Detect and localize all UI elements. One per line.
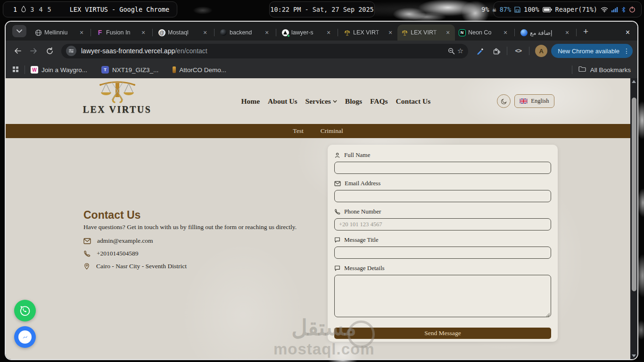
backend-icon bbox=[220, 29, 227, 36]
power-icon[interactable] bbox=[629, 6, 636, 13]
bookmark-waygroup[interactable]: W Join a Waygro... bbox=[31, 66, 87, 74]
tab-close-icon[interactable]: × bbox=[387, 29, 394, 36]
tab-lawyer-saas[interactable]: lawyer-s × bbox=[278, 25, 336, 41]
workspace-island: 1 3 4 5 LEX VIRTUS - Google Chrome bbox=[3, 1, 177, 17]
tab-close-icon[interactable]: × bbox=[140, 29, 147, 36]
nav-contact[interactable]: Contact Us bbox=[396, 97, 431, 106]
send-message-button[interactable]: Send Message bbox=[334, 328, 551, 339]
chrome-update-button[interactable]: New Chrome available ⋮ bbox=[551, 44, 633, 58]
phone-icon bbox=[83, 250, 91, 257]
dark-mode-toggle[interactable] bbox=[497, 94, 511, 108]
all-bookmarks-button[interactable]: All Bookmarks bbox=[590, 66, 631, 74]
site-header: LEX VIRTUS Home About Us Services Blogs … bbox=[6, 78, 630, 124]
bookmarks-divider bbox=[25, 66, 25, 74]
zoom-out-icon[interactable] bbox=[446, 45, 457, 57]
profile-avatar[interactable]: A bbox=[535, 45, 547, 57]
nav-faqs[interactable]: FAQs bbox=[370, 97, 388, 106]
scroll-up-arrow[interactable] bbox=[630, 78, 637, 85]
url-text[interactable]: lawyer-saas-frontend.vercel.app/en/conta… bbox=[81, 47, 446, 55]
workspace-1[interactable]: 1 bbox=[11, 6, 19, 13]
back-button[interactable] bbox=[10, 44, 25, 58]
bookmark-teams[interactable]: T NXT19_GIZ3_... bbox=[101, 66, 158, 74]
page-scrollbar[interactable] bbox=[630, 78, 637, 359]
site-info-icon[interactable] bbox=[66, 46, 76, 56]
address-bar[interactable]: lawyer-saas-frontend.vercel.app/en/conta… bbox=[61, 44, 468, 58]
site-logo[interactable]: LEX VIRTUS bbox=[82, 79, 153, 115]
forward-button[interactable] bbox=[26, 44, 41, 58]
cpu-percent: 9% bbox=[481, 6, 489, 13]
tab-lex-virtus-1[interactable]: LEX VIRT × bbox=[340, 25, 397, 41]
toolbar-divider bbox=[507, 47, 507, 55]
nav-blogs[interactable]: Blogs bbox=[345, 97, 362, 106]
tab-lex-virtus-active[interactable]: LEX VIRT × bbox=[397, 25, 455, 41]
contact-phone[interactable]: +201014504589 bbox=[97, 250, 139, 257]
devtools-code-icon[interactable]: <> bbox=[511, 44, 525, 58]
workspace-5[interactable]: 5 bbox=[45, 6, 54, 13]
browser-window: Mellinniu × F Fusion In × @ Mostaql × ba… bbox=[5, 21, 638, 360]
tab-close-icon[interactable]: × bbox=[263, 29, 271, 36]
subnav-criminal[interactable]: Criminal bbox=[321, 127, 343, 135]
scales-logo-icon bbox=[96, 79, 139, 104]
scrollbar-thumb[interactable] bbox=[632, 98, 636, 291]
tab-close-icon[interactable]: × bbox=[201, 29, 209, 36]
color-picker-pen-icon[interactable] bbox=[473, 44, 487, 58]
bookmark-attorco[interactable]: AttorCO Demo... bbox=[173, 66, 226, 74]
subnav-test[interactable]: Test bbox=[293, 127, 303, 135]
tab-mostaql[interactable]: @ Mostaql × bbox=[155, 25, 212, 41]
tab-divider bbox=[214, 29, 215, 36]
message-details-label: Message Details bbox=[334, 264, 551, 272]
disk-icon bbox=[514, 7, 520, 13]
browser-content: LEX VIRTUS Home About Us Services Blogs … bbox=[6, 78, 637, 359]
contact-address[interactable]: Cairo - Nasr City - Seventh District bbox=[96, 263, 187, 270]
workspace-3[interactable]: 3 bbox=[28, 6, 36, 13]
app-usage: Reaper(71%) bbox=[555, 6, 597, 13]
tab-divider bbox=[276, 29, 276, 36]
tab-search-button[interactable] bbox=[12, 25, 26, 37]
apps-grid-icon[interactable] bbox=[12, 66, 19, 74]
email-input[interactable] bbox=[334, 190, 551, 202]
tab-close-icon[interactable]: × bbox=[502, 29, 509, 36]
full-name-input[interactable] bbox=[334, 162, 551, 174]
tab-fusion[interactable]: F Fusion In × bbox=[93, 25, 150, 41]
scroll-down-arrow[interactable] bbox=[630, 353, 637, 359]
folder-icon bbox=[578, 66, 586, 74]
tab-neon[interactable]: N Neon Co × bbox=[455, 25, 512, 41]
vercel-icon bbox=[281, 29, 289, 36]
window-close-button[interactable]: × bbox=[626, 28, 630, 37]
nav-home[interactable]: Home bbox=[241, 97, 260, 106]
reload-button[interactable] bbox=[42, 44, 57, 58]
focused-window-title: LEX VIRTUS - Google Chrome bbox=[70, 6, 169, 13]
desktop: 1 3 4 5 LEX VIRTUS - Google Chrome 10:22… bbox=[0, 0, 644, 362]
tab-mellinniu[interactable]: Mellinniu × bbox=[31, 25, 89, 41]
bookmark-star-icon[interactable]: ☆ bbox=[457, 47, 463, 55]
extensions-puzzle-icon[interactable] bbox=[489, 44, 503, 58]
tab-arabic[interactable]: إضافة مع × bbox=[517, 25, 574, 41]
whatsapp-button[interactable] bbox=[14, 300, 36, 321]
nav-about[interactable]: About Us bbox=[268, 97, 297, 106]
tab-close-icon[interactable]: × bbox=[444, 29, 452, 36]
chat-bubble-icon bbox=[334, 237, 340, 243]
workspace-2-droplet-icon[interactable] bbox=[19, 6, 28, 14]
phone-input[interactable] bbox=[334, 218, 551, 230]
tab-close-icon[interactable]: × bbox=[325, 29, 332, 36]
nav-services[interactable]: Services bbox=[305, 97, 337, 106]
contact-email-row: admin@example.com bbox=[83, 237, 187, 245]
resize-grip[interactable] bbox=[545, 313, 550, 317]
messenger-button[interactable] bbox=[14, 326, 36, 348]
webpage: LEX VIRTUS Home About Us Services Blogs … bbox=[6, 78, 630, 359]
tab-backend[interactable]: backend × bbox=[216, 25, 274, 41]
workspace-4[interactable]: 4 bbox=[36, 6, 45, 13]
new-tab-button[interactable]: + bbox=[583, 26, 588, 37]
scales-icon bbox=[343, 29, 351, 36]
tab-close-icon[interactable]: × bbox=[78, 29, 85, 36]
message-details-textarea[interactable] bbox=[334, 275, 551, 317]
language-selector[interactable]: English bbox=[514, 94, 554, 108]
menu-dots-icon[interactable]: ⋮ bbox=[623, 47, 630, 55]
tab-close-icon[interactable]: × bbox=[563, 29, 571, 36]
globe-icon bbox=[34, 29, 42, 36]
waygroup-icon: W bbox=[31, 66, 38, 74]
contact-address-row: Cairo - Nasr City - Seventh District bbox=[83, 263, 187, 270]
tab-divider bbox=[152, 29, 153, 36]
contact-email[interactable]: admin@example.com bbox=[97, 237, 153, 245]
message-title-input[interactable] bbox=[334, 247, 551, 259]
